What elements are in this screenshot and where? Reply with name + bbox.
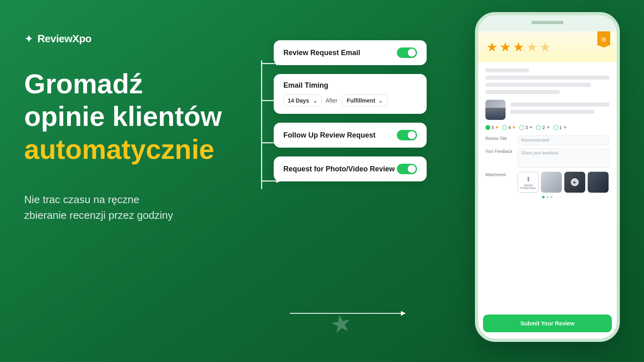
review-title-label: Review Title <box>485 136 514 141</box>
card-follow-up: Follow Up Review Request <box>274 123 427 148</box>
toggle-photo-video[interactable] <box>397 164 417 174</box>
star-5: ★ <box>539 39 551 55</box>
star-option-2[interactable]: 2 ★ <box>536 125 550 130</box>
phone-speaker <box>531 21 564 24</box>
dot-1 <box>542 196 545 198</box>
product-line-1 <box>510 103 609 107</box>
feature-cards: Review Request Email Email Timing 14 Day… <box>274 40 427 190</box>
star-2: ★ <box>500 39 511 55</box>
card-review-request-email: Review Request Email <box>274 40 427 65</box>
headline-line1: Gromadź <box>24 70 225 98</box>
logo: ✦ ReviewXpo <box>24 32 225 45</box>
star-rating-row: 5 ★ 4 ★ 3 ★ 2 ★ <box>485 125 609 130</box>
star-1: ★ <box>486 39 498 55</box>
days-select[interactable]: 14 Days <box>283 95 322 107</box>
card1-label: Review Request Email <box>283 49 360 57</box>
card3-label: Follow Up Review Request <box>283 131 376 140</box>
feedback-label: Your Feedback <box>485 149 514 154</box>
upload-label: Upload Photo/Video <box>518 184 538 189</box>
subtext: Nie trac czasu na ręczne zbieranie recen… <box>24 192 225 223</box>
fulfillment-select[interactable]: Fulfillment <box>342 95 388 107</box>
phone-content: ★ ★ ★ ★ ★ ⊞ <box>478 31 617 339</box>
skeleton-2 <box>485 76 609 80</box>
submit-button[interactable]: Submit Your Review <box>483 315 612 332</box>
photo-thumb-2: ▶ <box>564 172 585 193</box>
review-title-field: Review Title Recommended! <box>485 136 609 145</box>
photo-thumb-3 <box>588 172 609 193</box>
card-email-timing: Email Timing 14 Days After Fulfillment <box>274 74 427 114</box>
bookmark-icon: ⊞ <box>601 36 606 43</box>
feedback-field: Your Feedback Share your feedback <box>485 148 609 168</box>
star-option-5[interactable]: 5 ★ <box>485 125 499 130</box>
logo-icon: ✦ <box>24 32 33 45</box>
feedback-placeholder: Share your feedback <box>521 151 558 155</box>
star-option-1[interactable]: 1 ★ <box>553 125 567 130</box>
attachment-label: Attachment <box>485 173 514 177</box>
product-row <box>485 100 609 120</box>
card-photo-video: Request for Photo/Video Review <box>274 156 427 181</box>
star-option-3[interactable]: 3 ★ <box>519 125 533 130</box>
upload-icon: ⬆ <box>526 175 531 183</box>
feedback-textarea[interactable]: Share your feedback <box>518 148 609 168</box>
review-form: 5 ★ 4 ★ 3 ★ 2 ★ <box>478 62 617 310</box>
bottom-arrow <box>290 313 402 314</box>
star-1-label: 1 <box>559 125 562 130</box>
star-5-label: 5 <box>491 125 494 130</box>
star-4-label: 4 <box>508 125 511 130</box>
dot-3 <box>550 196 553 198</box>
bookmark-badge: ⊞ <box>597 31 610 47</box>
star-3: ★ <box>513 39 524 55</box>
product-thumbnail <box>485 100 506 120</box>
product-info <box>510 103 609 117</box>
star-option-4[interactable]: 4 ★ <box>502 125 516 130</box>
upload-box[interactable]: ⬆ Upload Photo/Video <box>518 172 539 193</box>
phone-mockup: ★ ★ ★ ★ ★ ⊞ <box>475 12 620 342</box>
star-5-icon: ★ <box>495 125 499 130</box>
headline-line2: opinie klientów <box>24 102 225 131</box>
timing-row: 14 Days After Fulfillment <box>283 95 388 107</box>
left-section: ✦ ReviewXpo Gromadź opinie klientów auto… <box>24 32 225 223</box>
review-title-input[interactable]: Recommended! <box>518 136 609 145</box>
toggle-review-email[interactable] <box>397 47 417 58</box>
card4-label: Request for Photo/Video Review <box>283 165 395 173</box>
card2-label: Email Timing <box>283 81 328 90</box>
photo-thumb-1 <box>541 172 562 193</box>
play-button[interactable]: ▶ <box>571 178 579 186</box>
dot-2 <box>546 196 549 198</box>
star-1-icon: ★ <box>563 125 567 130</box>
attachment-items: ⬆ Upload Photo/Video ▶ <box>518 172 609 193</box>
star-2-label: 2 <box>542 125 545 130</box>
stars-hero: ★ ★ ★ ★ ★ ⊞ <box>478 31 617 62</box>
star-4: ★ <box>526 39 538 55</box>
product-line-2 <box>510 110 594 114</box>
headline-accent: automatycznie <box>24 135 225 164</box>
pagination-dots <box>485 196 609 198</box>
skeleton-1 <box>485 68 529 72</box>
skeleton-3 <box>485 83 591 87</box>
star-2-icon: ★ <box>546 125 550 130</box>
skeleton-4 <box>485 90 560 94</box>
attachment-section: Attachment ⬆ Upload Photo/Video ▶ <box>485 172 609 193</box>
timing-after-label: After <box>326 97 338 104</box>
star-3-label: 3 <box>525 125 528 130</box>
toggle-follow-up[interactable] <box>397 130 417 140</box>
review-title-placeholder: Recommended! <box>521 138 550 142</box>
logo-text: ReviewXpo <box>37 33 91 45</box>
star-3-icon: ★ <box>529 125 533 130</box>
star-4-icon: ★ <box>512 125 516 130</box>
